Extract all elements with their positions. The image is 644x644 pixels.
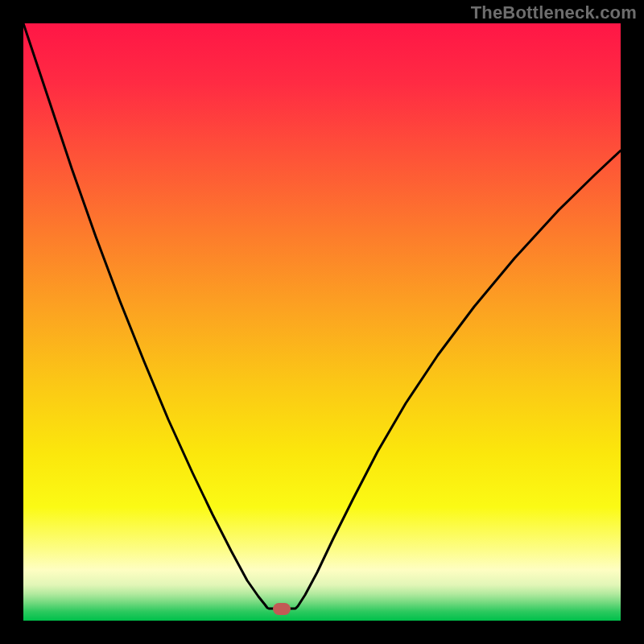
bottleneck-curve — [23, 23, 621, 621]
optimal-marker — [273, 603, 291, 615]
watermark-text: TheBottleneck.com — [471, 2, 637, 23]
chart-frame — [23, 23, 621, 621]
